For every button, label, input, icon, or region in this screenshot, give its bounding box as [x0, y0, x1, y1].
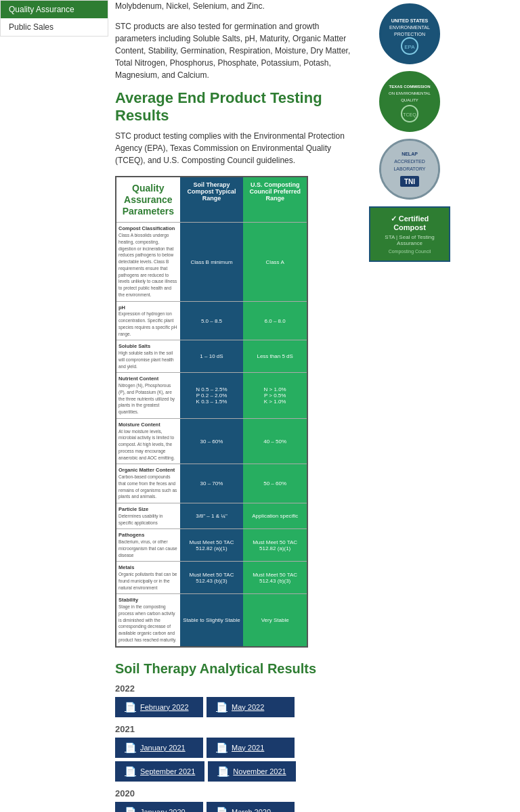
qa-col2-cell: 6.0 – 8.0	[243, 302, 307, 340]
svg-text:ACCREDITED: ACCREDITED	[394, 159, 425, 164]
qa-col1-header: Soil Therapy Compost Typical Range	[180, 177, 244, 222]
certified-compost-badge: ✓ Certified Compost STA | Seal of Testin…	[369, 206, 450, 262]
file-icon: 📄	[125, 807, 136, 812]
certified-sub: STA | Seal of Testing Assurance	[374, 234, 445, 246]
qa-table-row: StabilityStage in the composting process…	[116, 593, 307, 646]
certified-org: Composting Council	[374, 249, 445, 254]
file-icon: 📄	[216, 807, 228, 812]
qa-table-row: Nutrient ContentNitrogen (N), Phosphorou…	[116, 372, 307, 418]
doc-download-button[interactable]: 📄May 2022	[207, 697, 295, 717]
qa-label-cell: pHExpression of hydrogen ion concentrati…	[116, 302, 180, 340]
doc-label: May 2022	[232, 703, 264, 711]
qa-label-cell: Particle SizeDetermines usability in spe…	[116, 503, 180, 528]
doc-download-button[interactable]: 📄November 2021	[208, 761, 296, 782]
doc-download-button[interactable]: 📄February 2022	[115, 697, 203, 717]
soil-results-container: 2022📄February 2022📄May 20222021📄January …	[115, 683, 352, 812]
qa-col1-cell: 1 – 10 dS	[180, 340, 244, 372]
sidebar: Quality Assurance Public Sales	[0, 0, 108, 37]
epa-logo-svg: UNITED STATES ENVIRONMENTAL PROTECTION E…	[381, 5, 438, 62]
year-label: 2021	[115, 724, 352, 734]
svg-text:NELAP: NELAP	[402, 152, 418, 156]
file-icon: 📄	[216, 742, 228, 753]
qa-table-title: Quality Assurance Parameters	[116, 177, 180, 222]
intro-text-2: STC products are also tested for germina…	[115, 20, 352, 81]
qa-col2-cell: Less than 5 dS	[243, 340, 307, 372]
qa-col1-cell: N 0.5 – 2.5% P 0.2 – 2.0% K 0.3 – 1.5%	[180, 373, 244, 418]
qa-label-cell: PathogensBacterium, virus, or other micr…	[116, 529, 180, 561]
sidebar-item-quality-assurance[interactable]: Quality Assurance	[1, 1, 108, 18]
tni-logo: NELAP ACCREDITED LABORATORY TNI	[379, 139, 440, 200]
doc-label: May 2021	[232, 744, 264, 752]
doc-download-button[interactable]: 📄March 2020	[207, 802, 295, 812]
qa-label-cell: Organic Matter ContentCarbon-based compo…	[116, 464, 180, 503]
doc-label: February 2022	[140, 703, 189, 711]
qa-label-cell: StabilityStage in the composting process…	[116, 594, 180, 646]
svg-text:UNITED STATES: UNITED STATES	[391, 18, 429, 23]
qa-label-cell: Compost ClassificationClass A biosolids …	[116, 223, 180, 300]
svg-text:EPA: EPA	[404, 44, 415, 50]
tni-logo-svg: NELAP ACCREDITED LABORATORY TNI	[381, 141, 438, 198]
qa-table-row: PathogensBacterium, virus, or other micr…	[116, 528, 307, 561]
svg-text:QUALITY: QUALITY	[401, 98, 418, 102]
qa-col2-cell: Class A	[243, 223, 307, 300]
doc-btn-row: 📄January 2021📄May 2021📄September 2021📄No…	[115, 738, 352, 782]
qa-title-text: Quality Assurance Parameters	[122, 183, 175, 217]
certified-title: ✓ Certified Compost	[374, 215, 445, 231]
page-wrapper: Quality Assurance Public Sales Molybdenu…	[0, 0, 520, 812]
qa-col2-cell: 50 – 60%	[243, 464, 307, 503]
qa-col2-cell: Application specific	[243, 503, 307, 528]
doc-label: January 2021	[140, 744, 186, 752]
qa-rows: Compost ClassificationClass A biosolids …	[116, 222, 307, 646]
soil-results-heading: Soil Therapy Analytical Results	[115, 661, 352, 677]
file-icon: 📄	[216, 702, 228, 713]
qa-label-cell: Moisture ContentAt low moisture levels, …	[116, 419, 180, 464]
qa-col2-cell: 40 – 50%	[243, 419, 307, 464]
file-icon: 📄	[217, 766, 229, 777]
svg-text:ENVIRONMENTAL: ENVIRONMENTAL	[389, 25, 430, 30]
file-icon: 📄	[125, 702, 136, 713]
doc-download-button[interactable]: 📄September 2021	[115, 761, 204, 782]
qa-table-row: Soluble SaltsHigh soluble salts in the s…	[116, 340, 307, 372]
qa-col1-cell: 3/8" – 1 & ¼"	[180, 503, 244, 528]
qa-col1-cell: 30 – 60%	[180, 419, 244, 464]
qa-col2-cell: Very Stable	[243, 594, 307, 646]
year-label: 2020	[115, 788, 352, 798]
qa-table-wrapper: Quality Assurance Parameters Soil Therap…	[115, 176, 308, 648]
svg-text:TCEQ: TCEQ	[403, 112, 416, 118]
qa-col2-cell: Must Meet 50 TAC 512.43 (b)(3)	[243, 562, 307, 593]
qa-col1-cell: 30 – 70%	[180, 464, 244, 503]
qa-col1-cell: Class B minimum	[180, 223, 244, 300]
file-icon: 📄	[125, 742, 136, 753]
qa-table-row: pHExpression of hydrogen ion concentrati…	[116, 301, 307, 340]
content-area: Quality Assurance Public Sales Molybdenu…	[0, 0, 520, 812]
doc-btn-row: 📄February 2022📄May 2022	[115, 697, 352, 717]
svg-text:TEXAS COMMISSION: TEXAS COMMISSION	[389, 85, 430, 89]
qa-col1-cell: Stable to Slightly Stable	[180, 594, 244, 646]
doc-label: November 2021	[233, 767, 286, 775]
qa-col2-header: U.S. Composting Council Preferred Range	[243, 177, 307, 222]
doc-label: January 2020	[140, 808, 186, 812]
section-heading: Average End Product Testing Results	[115, 89, 352, 125]
qa-table-row: Moisture ContentAt low moisture levels, …	[116, 418, 307, 464]
qa-table-row: MetalsOrganic pollutants that can be fou…	[116, 561, 307, 593]
file-icon: 📄	[125, 766, 136, 777]
doc-download-button[interactable]: 📄January 2021	[115, 738, 203, 758]
qa-col1-cell: Must Meet 50 TAC 512.43 (b)(3)	[180, 562, 244, 593]
doc-label: March 2020	[232, 808, 271, 812]
doc-download-button[interactable]: 📄May 2021	[207, 738, 295, 758]
year-label: 2022	[115, 683, 352, 694]
qa-col2-cell: N > 1.0% P > 0.5% K > 1.0%	[243, 373, 307, 418]
qa-table-row: Organic Matter ContentCarbon-based compo…	[116, 464, 307, 503]
svg-text:ON ENVIRONMENTAL: ON ENVIRONMENTAL	[389, 91, 431, 95]
qa-col1-cell: Must Meet 50 TAC 512.82 (a)(1)	[180, 529, 244, 561]
qa-label-cell: MetalsOrganic pollutants that can be fou…	[116, 562, 180, 593]
qa-col1-cell: 5.0 – 8.5	[180, 302, 244, 340]
sub-text: STC product testing complies with the En…	[115, 130, 352, 166]
intro-text-1: Molybdenum, Nickel, Selenium, and Zinc.	[115, 0, 352, 12]
left-nav: Quality Assurance Public Sales	[0, 0, 108, 812]
sidebar-item-public-sales[interactable]: Public Sales	[1, 18, 108, 36]
center-content: Molybdenum, Nickel, Selenium, and Zinc. …	[108, 0, 359, 812]
svg-text:TNI: TNI	[404, 178, 415, 185]
doc-download-button[interactable]: 📄January 2020	[115, 802, 203, 812]
svg-text:PROTECTION: PROTECTION	[394, 32, 425, 37]
